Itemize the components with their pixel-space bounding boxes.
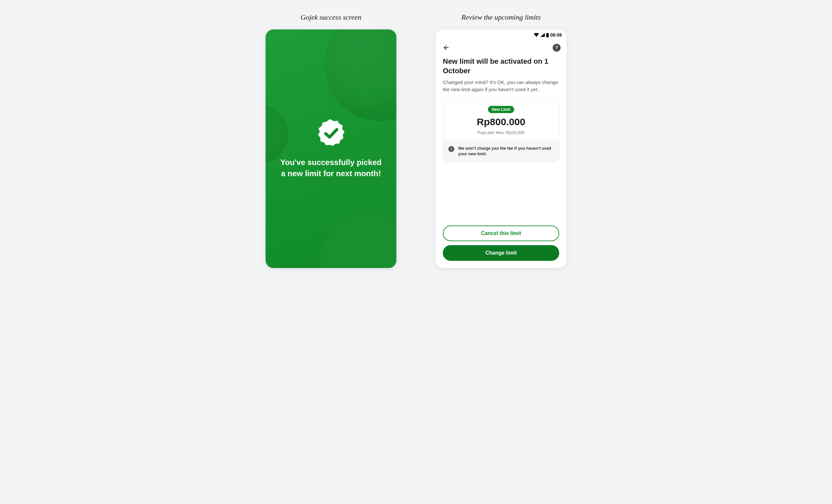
card-top: New Limit Rp800.000 PayLater fees: Rp25.… [443, 100, 559, 141]
limit-card: New Limit Rp800.000 PayLater fees: Rp25.… [443, 99, 559, 162]
limit-amount: Rp800.000 [448, 116, 554, 128]
showcase-stage: Gojek success screen You've successfully… [187, 13, 645, 268]
phone-review: 08:08 ? New limit will be activated on 1… [436, 29, 567, 268]
content: New limit will be activated on 1 October… [436, 55, 567, 226]
limit-fee: PayLater fees: Rp25.000 [448, 130, 554, 135]
arrow-left-icon [442, 44, 450, 51]
verified-check-icon [316, 118, 346, 148]
status-bar: 08:08 [436, 29, 567, 38]
svg-rect-1 [547, 33, 548, 33]
back-button[interactable] [442, 43, 451, 52]
question-icon: ? [555, 45, 558, 50]
success-message: You've successfully picked a new limit f… [277, 157, 385, 179]
caption-left: Gojek success screen [301, 13, 361, 22]
card-note: i We won't charge you the fee if you hav… [443, 141, 559, 162]
right-column: Review the upcoming limits 08:08 [436, 13, 567, 268]
cancel-limit-button[interactable]: Cancel this limit [443, 226, 559, 241]
topbar: ? [436, 38, 567, 55]
success-badge [316, 118, 346, 148]
change-limit-button[interactable]: Change limit [443, 245, 559, 261]
signal-icon [540, 33, 545, 37]
info-icon: i [448, 146, 454, 152]
spacer [443, 162, 559, 226]
left-column: Gojek success screen You've successfully… [265, 13, 396, 268]
decorative-bubble [265, 105, 288, 163]
phone-success: You've successfully picked a new limit f… [265, 29, 396, 268]
svg-rect-0 [546, 33, 549, 37]
new-limit-pill: New Limit [488, 106, 515, 113]
wifi-icon [534, 33, 539, 37]
battery-icon [546, 33, 549, 37]
note-text: We won't charge you the fee if you haven… [458, 146, 554, 157]
help-button[interactable]: ? [553, 44, 561, 52]
success-screen: You've successfully picked a new limit f… [265, 29, 396, 268]
page-title: New limit will be activated on 1 October [443, 57, 559, 76]
page-subtitle: Changed your mind? It's OK, you can alwa… [443, 79, 559, 93]
review-screen: 08:08 ? New limit will be activated on 1… [436, 29, 567, 268]
status-time: 08:08 [550, 32, 562, 37]
caption-right: Review the upcoming limits [462, 13, 541, 22]
action-buttons: Cancel this limit Change limit [436, 226, 567, 268]
